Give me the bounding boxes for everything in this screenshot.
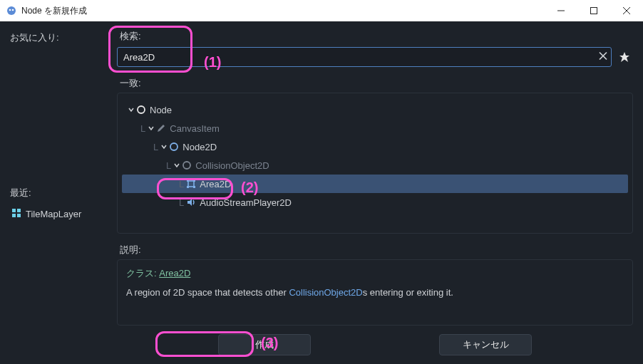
description-text: A region of 2D space that detects other … [126,286,624,301]
chevron-down-icon [173,160,180,171]
minimize-button[interactable] [545,0,577,21]
favorite-toggle[interactable] [616,48,633,66]
svg-rect-8 [17,209,21,212]
chevron-down-icon [148,123,155,134]
svg-rect-7 [12,209,16,212]
favorites-label: お気に入り: [10,31,108,44]
search-label: 検索: [117,30,633,43]
tree-row[interactable]: L Area2D [122,175,628,193]
tree-node-label: CollisionObject2D [195,160,269,171]
tree-node-label: Area2D [200,179,231,189]
svg-point-0 [7,6,16,15]
recent-item[interactable]: TileMapLayer [10,205,108,223]
maximize-button[interactable] [577,0,610,21]
svg-point-1 [9,9,11,11]
svg-rect-17 [188,181,194,187]
svg-rect-19 [193,180,195,182]
circle-blue-icon [169,142,179,152]
window-title: Node を新規作成 [21,5,87,17]
clear-search-icon[interactable] [599,52,607,63]
tree-node-label: Node2D [182,142,217,152]
tree-node-label: AudioStreamPlayer2D [200,197,292,208]
titlebar: Node を新規作成 [0,0,643,21]
svg-marker-13 [619,52,629,62]
cancel-button[interactable]: キャンセル [439,334,532,355]
tree-row[interactable]: Node [122,100,628,119]
circle-open-icon [136,105,146,115]
tilemap-icon [11,208,21,220]
area2d-icon [186,179,196,189]
svg-rect-4 [591,8,597,14]
svg-point-16 [183,162,190,169]
description-label: 説明: [120,244,633,256]
svg-rect-20 [187,186,189,188]
class-line: クラス: Area2D [126,267,624,280]
tree-row[interactable]: L Node2D [122,137,628,156]
matches-label: 一致: [120,77,633,90]
tree-row[interactable]: L AudioStreamPlayer2D [122,193,628,212]
audio-icon [186,197,196,207]
tree-row[interactable]: L CollisionObject2D [122,156,628,175]
svg-point-14 [138,106,145,113]
svg-rect-10 [17,214,21,217]
search-input[interactable] [117,47,612,67]
description-box: クラス: Area2D A region of 2D space that de… [117,259,633,326]
svg-rect-21 [193,186,195,188]
app-icon [6,5,17,16]
favorites-list [10,51,108,180]
class-link[interactable]: Area2D [159,268,190,279]
svg-point-2 [12,9,14,11]
tree-box: NodeL CanvasItemL Node2DL CollisionObjec… [117,93,633,234]
pencil-icon [156,123,166,133]
tree-row[interactable]: L CanvasItem [122,119,628,137]
create-button[interactable]: 作成 [218,334,311,355]
recent-label: 最近: [10,187,108,199]
tree-node-label: Node [150,105,172,115]
chevron-down-icon [160,142,168,152]
right-panel: 検索: 一致: NodeL CanvasItemL Node2DL Collis… [114,21,643,364]
svg-rect-9 [12,214,16,217]
left-panel: お気に入り: 最近: TileMapLayer [0,21,114,364]
recent-item-label: TileMapLayer [26,209,81,219]
svg-rect-18 [187,180,189,182]
circle-open-dim-icon [182,160,192,170]
tree-node-label: CanvasItem [170,123,219,134]
svg-point-15 [170,143,178,150]
close-button[interactable] [610,0,643,21]
chevron-down-icon [128,105,135,115]
